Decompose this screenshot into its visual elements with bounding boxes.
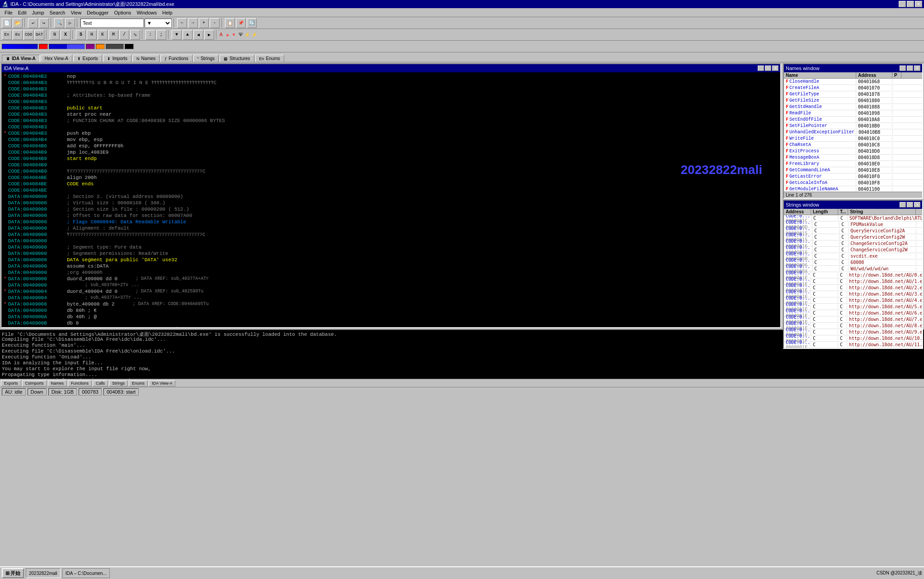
menu-options[interactable]: Options — [111, 9, 134, 16]
list-item[interactable]: FWriteFile 004010C0 — [784, 136, 922, 142]
tab-functions[interactable]: ƒ Functions — [160, 55, 192, 62]
menu-search[interactable]: Search — [47, 9, 68, 16]
list-item[interactable]: FGetFileType 00401078 — [784, 91, 922, 98]
bottom-tab[interactable]: CsImports — [22, 380, 47, 386]
new-button[interactable]: 📄 — [2, 18, 12, 28]
back-button[interactable]: ← — [177, 18, 187, 28]
strings-win-minimize[interactable]: _ — [900, 202, 906, 207]
menu-edit[interactable]: Edit — [15, 9, 29, 16]
find-button[interactable]: 🔍 — [54, 18, 64, 28]
tb2-btn6[interactable]: X — [61, 30, 70, 40]
tab-enums[interactable]: En Enums — [255, 55, 284, 62]
list-item[interactable]: FGetModuleFileNameA 00401100 — [784, 186, 922, 192]
menu-jump[interactable]: Jump — [29, 9, 47, 16]
tb2-btn7[interactable]: S — [76, 30, 86, 40]
list-item[interactable]: FUnhandledExceptionFilter 004010B8 — [784, 129, 922, 136]
search-input[interactable] — [80, 19, 144, 28]
list-item[interactable]: FGetLocaleInfoA 004010F8 — [784, 180, 922, 186]
tb2-btn3[interactable]: COO — [23, 30, 33, 40]
bottom-tab[interactable]: Calls — [93, 380, 108, 386]
strings-win-close[interactable]: ✕ — [914, 202, 920, 207]
list-item[interactable]: FGetLastError 004010F0 — [784, 174, 922, 180]
tb2-btn15[interactable]: ▼ — [172, 30, 182, 40]
bottom-tab[interactable]: Names — [48, 380, 67, 386]
bottom-tab[interactable]: Strings — [109, 380, 128, 386]
list-item[interactable]: FGetStdHandle 00401088 — [784, 104, 922, 110]
tb2-btn9[interactable]: K — [98, 30, 108, 40]
bottom-tab[interactable]: Exports — [1, 380, 21, 386]
taskbar-app-item[interactable]: IDA – C:\Documen... — [62, 568, 110, 578]
menu-help[interactable]: Help — [159, 9, 175, 16]
plus-button[interactable]: + — [199, 18, 209, 28]
menu-view[interactable]: View — [68, 9, 84, 16]
list-item[interactable]: FSetEndOfFile 004010A8 — [784, 117, 922, 123]
list-item[interactable]: FFreeLibrary 004010E0 — [784, 161, 922, 167]
list-item[interactable]: FMessageBoxA 004010D8 — [784, 155, 922, 161]
bottom-tab[interactable]: Functions — [68, 380, 92, 386]
tb2-btn11[interactable]: / — [119, 30, 129, 40]
tb2-btn1[interactable]: En — [2, 30, 12, 40]
menu-windows[interactable]: Windows — [134, 9, 159, 16]
open-button[interactable]: 📂 — [13, 18, 23, 28]
search-type-dropdown[interactable]: ▼ — [145, 19, 172, 28]
forward-button[interactable]: → — [188, 18, 198, 28]
strings-win-maximize[interactable]: □ — [907, 202, 913, 207]
tab-label: Structures — [230, 56, 250, 61]
undo-button[interactable]: ↩ — [28, 18, 38, 28]
tab-exports[interactable]: ⬆ Exports — [73, 55, 102, 62]
taskbar-app-item[interactable]: 20232822mali — [26, 568, 61, 578]
redo-button[interactable]: ↪ — [39, 18, 49, 28]
bottom-tab[interactable]: IDA View-A — [149, 380, 175, 386]
tb2-btn17[interactable]: ◀ — [193, 30, 203, 40]
maximize-button[interactable]: □ — [907, 1, 914, 7]
list-item[interactable]: FChaRsetA 004010C8 — [784, 142, 922, 148]
ida-code-area[interactable]: 20232822mali *CODE:004084B2nop CODE:0040… — [2, 72, 780, 327]
ida-view-close[interactable]: ✕ — [772, 66, 779, 71]
list-item[interactable]: FCreateFileA 00401070 — [784, 85, 922, 91]
tab-strings[interactable]: " Strings — [193, 55, 219, 62]
copy-button[interactable]: 📋 — [225, 18, 235, 28]
bottom-tab[interactable]: Enums — [129, 380, 148, 386]
list-item[interactable]: FGetCommandLineA 004010E8 — [784, 167, 922, 174]
find-next-button[interactable]: ▷ — [65, 18, 75, 28]
code-line: DATA:00409000 — [4, 238, 779, 244]
tb2-btn18[interactable]: ▶ — [204, 30, 214, 40]
list-item[interactable]: FGetFileSize 00401080 — [784, 98, 922, 104]
ida-view-maximize[interactable]: □ — [765, 66, 771, 71]
names-table[interactable]: FCloseHandle 00401068 FCreateFileA 00401… — [784, 79, 922, 192]
refresh-button[interactable]: 🔄 — [247, 18, 257, 28]
tab-imports[interactable]: ⬇ Imports — [103, 55, 131, 62]
names-win-maximize[interactable]: □ — [907, 66, 913, 71]
names-win-minimize[interactable]: _ — [900, 66, 906, 71]
list-item[interactable]: CODE:0...0000001F C C http://down.18dd.n… — [784, 342, 922, 348]
menu-debugger[interactable]: Debugger — [84, 9, 111, 16]
ida-view-minimize[interactable]: _ — [758, 66, 764, 71]
tb2-btn13[interactable]: : — [145, 30, 155, 40]
list-item[interactable]: FReadFile 00401098 — [784, 110, 922, 117]
minimize-button[interactable]: _ — [899, 1, 906, 7]
tb2-btn10[interactable]: M — [108, 30, 118, 40]
tb2-btn8[interactable]: H — [87, 30, 97, 40]
tab-names[interactable]: N Names — [132, 55, 159, 62]
tb2-btn12[interactable]: ∿ — [130, 30, 140, 40]
close-button[interactable]: ✕ — [915, 1, 922, 7]
tab-hex-view[interactable]: Hex View-A — [41, 55, 72, 62]
tab-ida-view-a[interactable]: 🖥 IDA View-A — [2, 55, 40, 62]
menu-file[interactable]: File — [2, 9, 15, 16]
paste-button[interactable]: 📌 — [236, 18, 246, 28]
tb2-btn4[interactable]: DAT — [34, 30, 44, 40]
strings-table[interactable]: CODE:0...0000001C C C SOFTWARE\Borland\D… — [784, 215, 922, 348]
list-item[interactable]: FCloseHandle 00401068 — [784, 79, 922, 85]
strings-rows: CODE:0...0000001C C C SOFTWARE\Borland\D… — [784, 215, 922, 348]
tab-label: Strings — [201, 56, 215, 61]
list-item[interactable]: FSetFilePointer 004010B0 — [784, 123, 922, 129]
tb2-btn5[interactable]: N — [50, 30, 60, 40]
tb2-btn14[interactable]: ; — [156, 30, 166, 40]
tb2-btn2[interactable]: 0x — [13, 30, 23, 40]
tb2-btn16[interactable]: ▲ — [183, 30, 192, 40]
minus-button[interactable]: - — [210, 18, 220, 28]
tab-structures[interactable]: ▦ Structures — [220, 55, 254, 62]
start-button[interactable]: ⊞ 开始 — [2, 568, 24, 578]
names-win-close[interactable]: ✕ — [914, 66, 920, 71]
list-item[interactable]: FExitProcess 004010D0 — [784, 148, 922, 155]
